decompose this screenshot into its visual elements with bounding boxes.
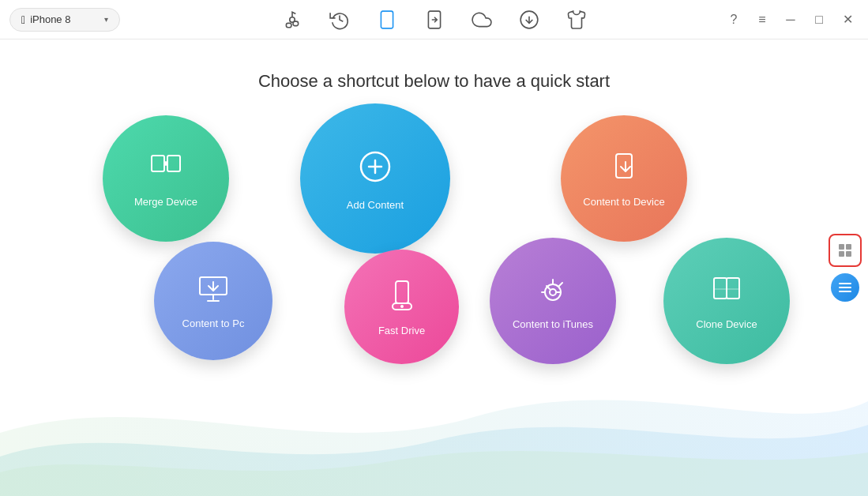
content-itunes-icon xyxy=(535,272,570,314)
download-nav-icon[interactable] xyxy=(517,7,542,32)
svg-rect-20 xyxy=(727,278,739,299)
close-button[interactable]: ✕ xyxy=(836,9,859,31)
add-icon xyxy=(355,146,396,194)
shortcuts-area: Merge Device Add Content C xyxy=(0,92,868,431)
content-device-label: Content to Device xyxy=(583,196,664,208)
device-nav-icon[interactable] xyxy=(374,7,400,32)
svg-rect-22 xyxy=(839,244,844,250)
ios-nav-icon[interactable] xyxy=(422,7,447,32)
content-to-pc-button[interactable]: Content to Pc xyxy=(154,242,272,360)
svg-point-18 xyxy=(550,289,556,295)
list-icon xyxy=(838,282,852,293)
svg-rect-25 xyxy=(846,251,851,257)
window-controls: ? ≡ ─ □ ✕ xyxy=(723,9,859,31)
fast-drive-icon xyxy=(386,278,418,320)
content-to-device-button[interactable]: Content to Device xyxy=(561,115,687,242)
svg-rect-19 xyxy=(714,278,727,299)
add-content-button[interactable]: Add Content xyxy=(300,103,450,254)
svg-rect-24 xyxy=(839,251,844,257)
svg-rect-6 xyxy=(152,156,164,171)
svg-rect-11 xyxy=(616,154,632,178)
device-selector[interactable]:  iPhone 8 ▾ xyxy=(9,8,120,32)
themes-nav-icon[interactable] xyxy=(564,7,589,32)
content-itunes-label: Content to iTunes xyxy=(513,318,593,330)
clone-device-button[interactable]: Clone Device xyxy=(663,238,790,364)
nav-bar xyxy=(280,7,589,32)
grid-icon xyxy=(837,242,853,258)
device-name: iPhone 8 xyxy=(30,13,70,25)
history-nav-icon[interactable] xyxy=(327,7,352,32)
clone-icon xyxy=(709,272,744,314)
content-pc-label: Content to Pc xyxy=(182,318,245,329)
chevron-down-icon: ▾ xyxy=(104,15,108,24)
content-pc-icon xyxy=(197,272,230,313)
main-content: Choose a shortcut below to have a quick … xyxy=(0,39,868,496)
grid-view-button[interactable] xyxy=(829,234,862,267)
list-view-button[interactable] xyxy=(831,273,859,302)
merge-icon xyxy=(148,149,183,191)
cloud-nav-icon[interactable] xyxy=(469,7,494,32)
svg-rect-23 xyxy=(846,244,851,250)
svg-rect-7 xyxy=(167,156,180,171)
help-button[interactable]: ? xyxy=(723,9,745,31)
minimize-button[interactable]: ─ xyxy=(780,9,802,31)
titlebar:  iPhone 8 ▾ xyxy=(0,0,868,39)
page-title: Choose a shortcut below to have a quick … xyxy=(0,39,868,92)
svg-point-16 xyxy=(400,305,404,308)
fast-drive-button[interactable]: Fast Drive xyxy=(344,250,459,364)
content-to-itunes-button[interactable]: Content to iTunes xyxy=(490,238,616,364)
merge-device-label: Merge Device xyxy=(134,196,197,208)
clone-device-label: Clone Device xyxy=(696,318,757,330)
apple-icon:  xyxy=(21,13,25,26)
music-nav-icon[interactable] xyxy=(280,7,305,32)
svg-rect-1 xyxy=(381,11,393,28)
fast-drive-label: Fast Drive xyxy=(378,325,425,336)
content-device-icon xyxy=(607,149,641,191)
svg-rect-15 xyxy=(396,281,408,303)
merge-device-button[interactable]: Merge Device xyxy=(103,115,229,242)
add-content-label: Add Content xyxy=(347,199,404,211)
right-panel xyxy=(829,234,862,302)
menu-button[interactable]: ≡ xyxy=(751,9,773,31)
maximize-button[interactable]: □ xyxy=(808,9,830,31)
